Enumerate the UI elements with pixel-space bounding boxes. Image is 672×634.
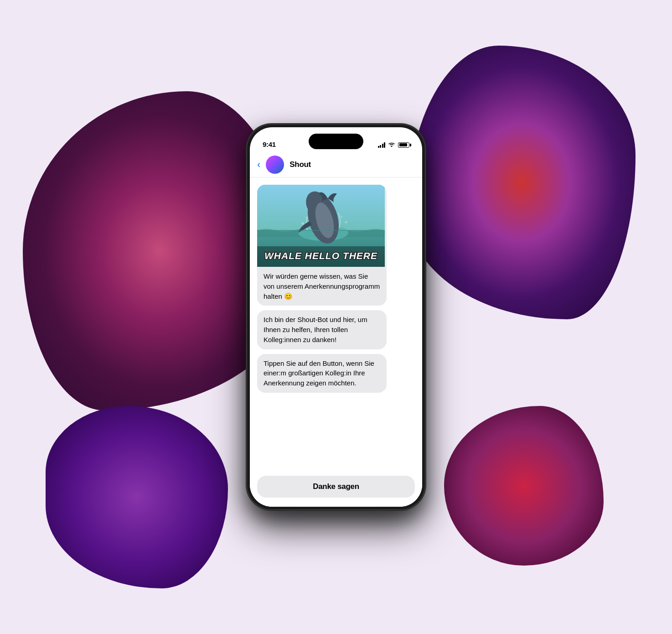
status-icons [378,141,410,148]
bg-blob-bottom-right [444,406,604,566]
dynamic-island [309,134,363,149]
chat-area[interactable]: WHALE HELLO THERE Wir würden gerne wisse… [250,177,422,471]
svg-text:WHALE HELLO THERE: WHALE HELLO THERE [264,250,377,261]
image-message: WHALE HELLO THERE Wir würden gerne wisse… [257,185,387,306]
message-bubble-2: Tippen Sie auf den Button, wenn Sie eine… [257,354,387,393]
message-text-2: Tippen Sie auf den Button, wenn Sie eine… [264,359,380,388]
wifi-icon [388,141,395,148]
svg-point-6 [301,222,304,225]
svg-point-8 [305,217,307,218]
image-caption-text: Wir würden gerne wissen, was Sie von uns… [264,271,380,301]
back-button[interactable]: ‹ [257,160,260,170]
svg-point-9 [341,216,342,218]
whale-gif: WHALE HELLO THERE [257,185,385,267]
danke-sagen-button[interactable]: Danke sagen [257,476,415,498]
nav-header: ‹ Shout [250,152,422,177]
contact-name[interactable]: Shout [289,160,311,169]
avatar [266,156,284,174]
phone-frame: 9:41 [247,125,425,509]
bg-blob-right [408,46,636,319]
image-caption: Wir würden gerne wissen, was Sie von uns… [257,267,387,306]
svg-point-7 [345,221,347,223]
message-bubble-1: Ich bin der Shout-Bot und hier, um Ihnen… [257,310,387,349]
battery-icon [398,142,409,148]
signal-icon [378,142,386,148]
message-text-1: Ich bin der Shout-Bot und hier, um Ihnen… [264,315,380,344]
phone-mockup: 9:41 [247,125,425,509]
action-button-area: Danke sagen [250,471,422,507]
status-time: 9:41 [263,140,276,148]
bg-blob-bottom-left [46,406,228,588]
phone-screen: 9:41 [250,127,422,507]
